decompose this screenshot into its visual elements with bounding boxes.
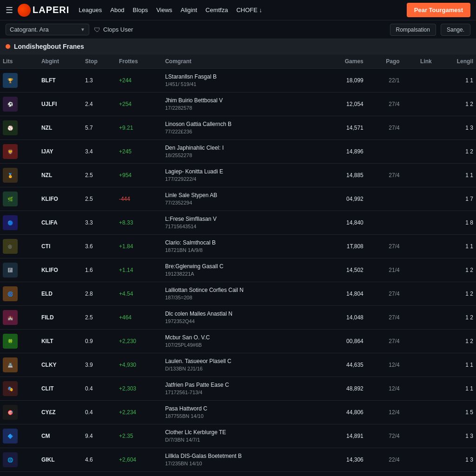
- team-name-cell: Clother Llc Kerblurge TED/7/3BN 14/7/1: [162, 424, 321, 448]
- team-name-main: Den Japhinahlic Cleel: I: [165, 144, 318, 152]
- data-table-container: LitsAbgintStopFrottesComgrantGamesPagoLi…: [0, 54, 476, 472]
- table-row[interactable]: 🌀ELD2.8+4.54Lalliottan Sotince Corfies C…: [0, 282, 476, 306]
- team-name-sub: D/7/3BN 14/7/1: [165, 436, 318, 443]
- team-name-cell: Clario: Salmthocal B18721BN 1A/9/8: [162, 235, 321, 258]
- table-row[interactable]: 🎭CLIT0.4+2,303Jatfrien Pas Patte Ease C1…: [0, 377, 476, 401]
- team-code: NZL: [39, 164, 82, 187]
- team-name-sub: D/133BN 2J1/16: [165, 365, 318, 372]
- table-row[interactable]: 🏆BLFT1.3+244LStaranllsn Fasgal B1/451/ 5…: [0, 69, 476, 93]
- team-logo-icon: 🏅: [3, 168, 18, 183]
- team-name-main: Mcbur San O. V.C: [165, 334, 318, 342]
- team-score: 3.3: [82, 211, 116, 235]
- table-row[interactable]: 🏯CLKY3.9+4,930Laulen. Tasueeor Plasell C…: [0, 353, 476, 377]
- col-header-pago[interactable]: Pago: [366, 54, 403, 69]
- table-row[interactable]: 🦁IJAY3.4+245Den Japhinahlic Cleel: I18/2…: [0, 140, 476, 164]
- team-logo-cell: 🍀: [0, 330, 39, 353]
- col-header-games[interactable]: Games: [321, 54, 366, 69]
- col-header-frottes[interactable]: Frottes: [116, 54, 162, 69]
- team-name-main: Linoson Gattia Callernch B: [165, 120, 318, 128]
- nav-item-cemtfza[interactable]: Cemtfza: [205, 6, 228, 14]
- team-games: 00,864: [321, 330, 366, 353]
- table-row[interactable]: 🌿KLIFO2.5-444Linle Sale Stypen AB77/2352…: [0, 187, 476, 211]
- table-row[interactable]: 🎯CY£Z0.4+2,234Pasa Hattword C187755BN 14…: [0, 401, 476, 424]
- team-score: 2.5: [82, 187, 116, 211]
- team-logo-cell: 🔵: [0, 211, 39, 235]
- team-name-sub: 187755BN 14/10: [165, 413, 318, 419]
- table-row[interactable]: ⚽UJLFI2.4+254Jhim Buirio Bettbosal V17/2…: [0, 93, 476, 116]
- team-games: 14,502: [321, 258, 366, 282]
- team-score: 0.9: [82, 330, 116, 353]
- col-header-link[interactable]: Link: [403, 54, 435, 69]
- team-change: +954: [116, 164, 162, 187]
- rompalsation-button[interactable]: Rompalsation: [390, 24, 436, 36]
- team-lengil: 1 7: [435, 187, 476, 211]
- team-logo-icon: 🏯: [3, 357, 18, 372]
- team-logo-icon: 🔷: [3, 429, 18, 443]
- team-code: CY£Z: [39, 401, 82, 424]
- team-score: 1.6: [82, 258, 116, 282]
- team-change: +8.33: [116, 211, 162, 235]
- team-score: 1.3: [82, 69, 116, 93]
- team-score: 5.7: [82, 116, 116, 140]
- category-dropdown[interactable]: Catogrant. Ara ▼: [6, 24, 89, 35]
- table-row[interactable]: 🌐GIKL4.6+2,604Lillkla DIS-Galas Boetetme…: [0, 448, 476, 472]
- table-row[interactable]: 🔷CM9.4+2.35Clother Llc Kerblurge TED/7/3…: [0, 424, 476, 448]
- nav-item-aligint[interactable]: Aligint: [181, 6, 197, 14]
- team-link: [403, 353, 435, 377]
- nav-item-views[interactable]: Views: [156, 6, 172, 14]
- team-lengil: 1 2: [435, 282, 476, 306]
- table-row[interactable]: 🏰FILD2.5+464Dlc colen Malles Anastlal N1…: [0, 306, 476, 330]
- team-code: ELD: [39, 282, 82, 306]
- team-logo-icon: 🏵: [3, 239, 18, 254]
- nav-item-abod[interactable]: Abod: [110, 6, 124, 14]
- nav-item-chofe[interactable]: CHOFE ↓: [236, 6, 262, 14]
- team-name-main: Jhim Buirio Bettbosal V: [165, 97, 318, 105]
- col-header-comgrant[interactable]: Comgrant: [162, 54, 321, 69]
- team-name-sub: 1972352Q44: [165, 318, 318, 324]
- table-row[interactable]: 🔵CLIFA3.3+8.33L:Frese Simfllasan V717156…: [0, 211, 476, 235]
- team-pago: 27/4: [366, 306, 403, 330]
- team-code: KLIFO: [39, 187, 82, 211]
- table-row[interactable]: 🏅NZL2.5+954Lagiep- Konitta Luadi E177/22…: [0, 164, 476, 187]
- team-score: 3.6: [82, 235, 116, 258]
- nav-item-blops[interactable]: Blops: [133, 6, 148, 14]
- team-link: [403, 401, 435, 424]
- team-logo-cell: 🔷: [0, 424, 39, 448]
- col-header-abgint[interactable]: Abgint: [39, 54, 82, 69]
- team-name-sub: 1/451/ 519/41: [165, 81, 318, 87]
- team-score: 4.6: [82, 448, 116, 472]
- team-games: 14,571: [321, 116, 366, 140]
- table-row[interactable]: 🏵CTI3.6+1.84Clario: Salmthocal B18721BN …: [0, 235, 476, 258]
- team-code: CM: [39, 424, 82, 448]
- team-name-cell: L:Frese Simfllasan V71715643514: [162, 211, 321, 235]
- table-row[interactable]: 🅿KLIFO1.6+1.14Bre:Gglerwing Gasall C1912…: [0, 258, 476, 282]
- team-name-sub: 18/2552278: [165, 152, 318, 159]
- col-header-stop[interactable]: Stop: [82, 54, 116, 69]
- team-name-cell: Jatfrien Pas Patte Ease C17172561-713/4: [162, 377, 321, 401]
- dropdown-text: Catogrant. Ara: [10, 26, 80, 33]
- team-link: [403, 93, 435, 116]
- team-name-cell: Lalliottan Sotince Corfies Cail N187/35=…: [162, 282, 321, 306]
- team-name-main: LStaranllsn Fasgal B: [165, 73, 318, 81]
- tournament-button[interactable]: Pear Tourgamest: [407, 3, 470, 17]
- team-lengil: 1 1: [435, 377, 476, 401]
- team-name-main: Clother Llc Kerblurge TE: [165, 429, 318, 436]
- logo-icon: [18, 4, 31, 17]
- table-row[interactable]: ⚾NZL5.7+9.21Linoson Gattia Callernch B77…: [0, 116, 476, 140]
- col-header-lengil[interactable]: Lengil: [435, 54, 476, 69]
- team-change: +4.54: [116, 282, 162, 306]
- team-games: 18,099: [321, 69, 366, 93]
- team-change: +4,930: [116, 353, 162, 377]
- nav-item-leagues[interactable]: Leagues: [79, 6, 102, 14]
- team-link: [403, 306, 435, 330]
- sange-button[interactable]: Sange.: [441, 24, 470, 36]
- table-row[interactable]: 🍀KILT0.9+2,230Mcbur San O. V.C107/25PL49…: [0, 330, 476, 353]
- team-link: [403, 187, 435, 211]
- team-score: 3.9: [82, 353, 116, 377]
- col-header-lits[interactable]: Lits: [0, 54, 39, 69]
- menu-icon[interactable]: ☰: [6, 5, 13, 15]
- team-link: [403, 140, 435, 164]
- team-logo-icon: 🎯: [3, 405, 18, 420]
- team-code: KLIFO: [39, 258, 82, 282]
- team-code: CLKY: [39, 353, 82, 377]
